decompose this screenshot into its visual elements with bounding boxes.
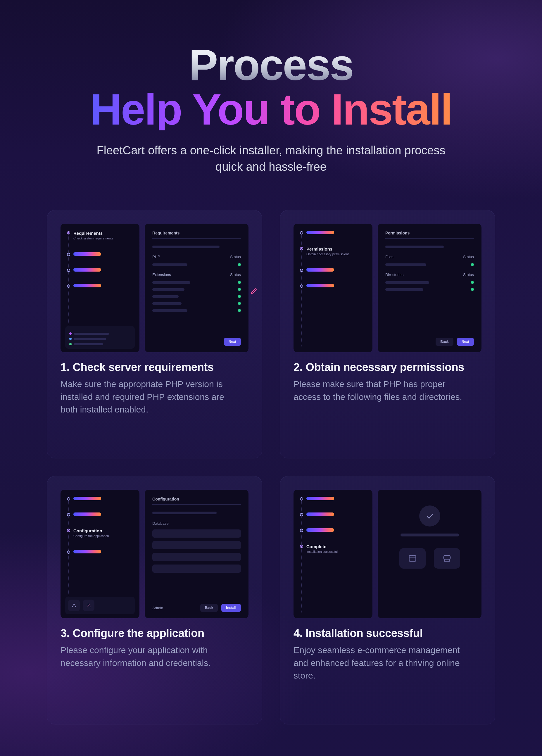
step1-pane: Requirements PHPStatus ExtensionsStatus — [145, 224, 248, 352]
step2-pane: Permissions FilesStatus DirectoriesStatu… — [378, 224, 481, 352]
step-card-2: Permissions Obtain necessary permissions… — [280, 210, 495, 458]
step2-panel-title: Permissions — [385, 231, 410, 235]
user-icon — [71, 603, 77, 608]
step1-php-label: PHP — [152, 255, 160, 259]
check-circle-icon — [419, 505, 440, 527]
user-icon — [86, 603, 91, 608]
step4-sidebar: Complete Installation successful — [294, 490, 372, 618]
step4-desc: Enjoy seamless e-commerce management and… — [294, 644, 475, 682]
storefront-icon — [399, 548, 426, 569]
step3-admin-label: Admin — [152, 606, 163, 610]
step2-sidebar: Permissions Obtain necessary permissions — [294, 224, 372, 352]
hero-title-line1: Process — [52, 44, 490, 86]
step1-desc: Make sure the appropriate PHP version is… — [61, 378, 242, 416]
step4-pane — [378, 490, 481, 618]
step-card-3: Configuration Configure the application … — [47, 476, 262, 724]
step1-next-button: Next — [224, 338, 241, 346]
step3-back-button: Back — [200, 604, 218, 612]
step1-sidebar-active-title: Requirements — [73, 231, 113, 236]
step1-title: 1. Check server requirements — [61, 361, 248, 374]
step2-dir-status: Status — [463, 272, 474, 277]
step1-mock: Requirements Check system requirements — [61, 224, 248, 352]
step2-files-status: Status — [463, 255, 474, 259]
step3-db-label: Database — [152, 521, 169, 526]
step2-dir-label: Directories — [385, 272, 403, 277]
step3-panel-title: Configuration — [152, 497, 179, 501]
step2-files-label: Files — [385, 255, 393, 259]
step3-desc: Please configure your application with n… — [61, 644, 242, 669]
pen-icon — [251, 288, 257, 294]
step4-sidebar-active-title: Complete — [306, 544, 338, 549]
hero-subtitle: FleetCart offers a one-click installer, … — [96, 142, 446, 175]
step2-title: 2. Obtain necessary permissions — [294, 361, 481, 374]
step1-sidebar-active-sub: Check system requirements — [73, 237, 113, 240]
step1-sidebar: Requirements Check system requirements — [61, 224, 139, 352]
step2-sidebar-active-sub: Obtain necessary permissions — [306, 252, 349, 256]
step2-mock: Permissions Obtain necessary permissions… — [294, 224, 481, 352]
step2-next-button: Next — [457, 338, 474, 346]
step2-desc: Please make sure that PHP has proper acc… — [294, 378, 475, 403]
step4-mock: Complete Installation successful — [294, 490, 481, 618]
step1-ext-label: Extensions — [152, 272, 171, 277]
step3-sidebar: Configuration Configure the application — [61, 490, 139, 618]
svg-rect-2 — [409, 555, 416, 561]
steps-grid: Requirements Check system requirements — [47, 210, 495, 724]
step-card-4: Complete Installation successful — [280, 476, 495, 724]
step3-pane: Configuration Database Admin Back Instal… — [145, 490, 248, 618]
step3-sidebar-active-title: Configuration — [73, 528, 109, 533]
step3-mock: Configuration Configure the application … — [61, 490, 248, 618]
svg-point-0 — [73, 604, 75, 605]
step2-back-button: Back — [436, 338, 453, 346]
step3-sidebar-active-sub: Configure the application — [73, 534, 109, 538]
store-icon — [434, 548, 460, 569]
step4-title: 4. Installation successful — [294, 627, 481, 640]
step1-php-status: Status — [230, 255, 241, 259]
step2-sidebar-active-title: Permissions — [306, 246, 349, 251]
hero-title-line2: Help You to Install — [52, 88, 490, 130]
hero-title: Process Help You to Install — [52, 44, 490, 130]
step4-sidebar-active-sub: Installation successful — [306, 550, 338, 553]
svg-point-1 — [88, 604, 89, 605]
step3-title: 3. Configure the application — [61, 627, 248, 640]
step3-install-button: Install — [221, 604, 241, 612]
step1-ext-status: Status — [230, 272, 241, 277]
step1-panel-title: Requirements — [152, 231, 179, 235]
step-card-1: Requirements Check system requirements — [47, 210, 262, 458]
